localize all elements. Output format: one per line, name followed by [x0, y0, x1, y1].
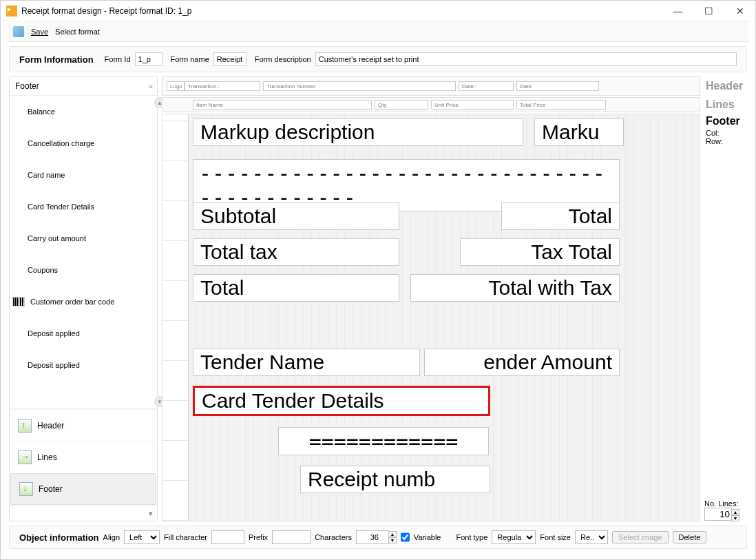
- close-button[interactable]: ✕: [724, 1, 755, 21]
- lines-strip[interactable]: Item Name Qty Unit Price Total Price: [162, 97, 700, 112]
- sidebar: Footer « ▲ Balance Cancellation charge C…: [9, 76, 158, 521]
- prefix-input[interactable]: [272, 530, 311, 544]
- header-date-label[interactable]: Date.:: [459, 81, 514, 91]
- footer-icon: [19, 482, 33, 496]
- field-receipt-number[interactable]: Receipt numb: [300, 466, 490, 493]
- no-lines-wrap: No. Lines: ▲▼: [704, 499, 747, 521]
- right-label-panel: Header Lines Footer Col: Row: No. Lines:…: [704, 76, 747, 521]
- no-lines-spinner: ▲▼: [731, 509, 739, 521]
- sidebar-more-icon[interactable]: ▾: [149, 509, 153, 518]
- sidebar-footer: ▾: [10, 506, 157, 521]
- save-button[interactable]: Save: [31, 28, 48, 36]
- sidebar-item-deposit-applied[interactable]: Deposit applied: [10, 318, 157, 349]
- footer-design-canvas[interactable]: Markup description Marku ---------------…: [162, 114, 700, 521]
- lines-total-price[interactable]: Total Price: [516, 100, 606, 110]
- header-logo-box[interactable]: Logo: [167, 81, 185, 91]
- design-wrap: Markup description Marku ---------------…: [162, 114, 700, 521]
- sidebar-items: Balance Cancellation charge Card name Ca…: [10, 96, 157, 381]
- sidebar-header: Footer «: [10, 77, 157, 96]
- field-markup-description[interactable]: Markup description: [193, 118, 523, 146]
- characters-spin-up[interactable]: ▲: [388, 531, 397, 537]
- sidebar-item-coupons[interactable]: Coupons: [10, 254, 157, 286]
- fill-character-input[interactable]: [211, 530, 244, 544]
- form-description-input[interactable]: [315, 52, 737, 66]
- form-information-bar: Form Information Form Id Form name Form …: [9, 46, 747, 72]
- field-equals-separator[interactable]: ============: [278, 427, 489, 455]
- col-label: Col:: [704, 129, 747, 137]
- sidebar-item-card-tender-details[interactable]: Card Tender Details: [10, 191, 157, 222]
- section-label-header: Header: [704, 76, 747, 96]
- field-tax-total[interactable]: Tax Total: [460, 238, 620, 266]
- nav-header[interactable]: Header: [10, 409, 157, 441]
- nav-lines[interactable]: Lines: [10, 441, 157, 473]
- sidebar-item-deposit-applied-2[interactable]: Deposit applied: [10, 349, 157, 381]
- characters-label: Characters: [315, 533, 352, 541]
- font-size-label: Font size: [540, 533, 571, 541]
- form-information-label: Form Information: [19, 54, 94, 65]
- header-strip[interactable]: Logo Transaction.: Transaction number Da…: [162, 76, 700, 96]
- field-markup-right[interactable]: Marku: [534, 118, 624, 146]
- no-lines-spin-down[interactable]: ▼: [731, 515, 739, 521]
- prefix-label: Prefix: [249, 533, 268, 541]
- sidebar-item-balance[interactable]: Balance: [10, 96, 157, 127]
- lines-icon: [18, 450, 32, 464]
- row-label: Row:: [704, 137, 747, 145]
- window-title: Receipt format design - Receipt format I…: [21, 6, 662, 16]
- no-lines-label: No. Lines:: [704, 499, 747, 508]
- field-card-tender-details[interactable]: Card Tender Details: [193, 386, 490, 416]
- characters-input[interactable]: [356, 530, 389, 544]
- form-name-label: Form name: [171, 55, 209, 63]
- minimize-button[interactable]: —: [662, 1, 693, 21]
- form-id-input[interactable]: [135, 52, 162, 66]
- sidebar-nav: Header Lines Footer: [10, 408, 157, 506]
- select-format-button[interactable]: Select format: [55, 28, 100, 36]
- header-transaction-label[interactable]: Transaction.:: [185, 81, 260, 91]
- field-total[interactable]: Total: [193, 274, 399, 302]
- app-icon: [6, 6, 17, 17]
- no-lines-spin-up[interactable]: ▲: [731, 509, 739, 515]
- canvas-column: Logo Transaction.: Transaction number Da…: [162, 76, 700, 521]
- save-icon: [13, 26, 24, 37]
- sidebar-item-customer-order-barcode[interactable]: Customer order bar code: [10, 286, 157, 318]
- field-total-right[interactable]: Total: [501, 203, 620, 230]
- sidebar-item-carry-out-amount[interactable]: Carry out amount: [10, 222, 157, 254]
- maximize-button[interactable]: ☐: [693, 1, 724, 21]
- header-date[interactable]: Date: [516, 81, 599, 91]
- field-tender-name[interactable]: Tender Name: [193, 349, 420, 376]
- sidebar-title: Footer: [15, 81, 39, 91]
- sidebar-collapse-icon[interactable]: «: [149, 82, 151, 90]
- field-subtotal[interactable]: Subtotal: [193, 203, 399, 230]
- align-label: Align: [103, 533, 120, 541]
- lines-unit-price[interactable]: Unit Price: [431, 100, 514, 110]
- form-description-label: Form description: [255, 55, 311, 63]
- lines-item-name[interactable]: Item Name: [193, 100, 372, 110]
- field-tender-amount[interactable]: ender Amount: [424, 349, 620, 376]
- section-label-lines: Lines: [704, 97, 747, 112]
- fill-character-label: Fill character: [164, 533, 207, 541]
- titlebar: Receipt format design - Receipt format I…: [1, 1, 755, 21]
- delete-button[interactable]: Delete: [673, 531, 707, 543]
- characters-spin-down[interactable]: ▼: [388, 537, 397, 543]
- font-type-select[interactable]: Regular: [492, 530, 536, 544]
- main-toolbar: Save Select format: [8, 21, 748, 42]
- form-name-input[interactable]: [213, 52, 246, 66]
- sidebar-item-cancellation-charge[interactable]: Cancellation charge: [10, 127, 157, 159]
- barcode-icon: [12, 297, 25, 307]
- nav-footer[interactable]: Footer: [10, 473, 156, 505]
- sidebar-item-card-name[interactable]: Card name: [10, 159, 157, 191]
- select-image-button[interactable]: Select image: [612, 531, 669, 543]
- no-lines-input[interactable]: [704, 508, 732, 521]
- ruler-left: [162, 114, 189, 521]
- field-total-with-tax[interactable]: Total with Tax: [410, 274, 620, 302]
- lines-qty[interactable]: Qty: [375, 100, 428, 110]
- align-select[interactable]: Left: [124, 530, 160, 544]
- font-type-label: Font type: [456, 533, 487, 541]
- font-size-select[interactable]: Re...: [575, 530, 608, 544]
- characters-wrap: ▲▼: [356, 530, 397, 544]
- object-information-label: Object information: [19, 532, 99, 543]
- header-transaction-number[interactable]: Transaction number: [263, 81, 456, 91]
- field-total-tax[interactable]: Total tax: [193, 238, 399, 266]
- lines-boxes: Item Name Qty Unit Price Total Price: [162, 98, 700, 112]
- variable-checkbox[interactable]: [401, 530, 410, 544]
- section-label-footer: Footer: [704, 114, 747, 129]
